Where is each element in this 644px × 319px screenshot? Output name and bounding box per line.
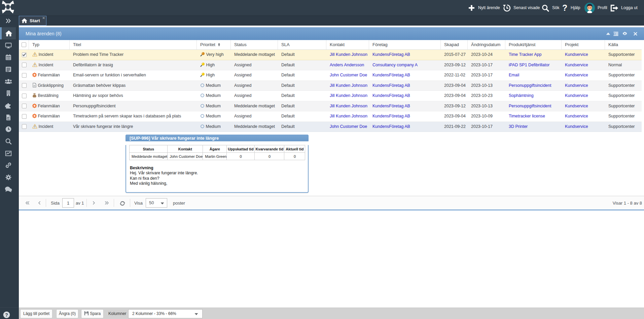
svg-text:?: ? — [5, 312, 8, 318]
